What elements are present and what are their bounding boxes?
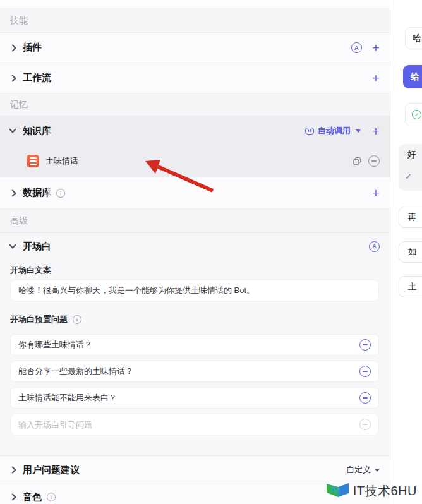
preset-question-text: 能否分享一些最新的土味情话？ xyxy=(18,366,359,377)
row-opening[interactable]: 开场白 A xyxy=(0,233,390,260)
preset-question-row[interactable]: 你有哪些土味情话？ xyxy=(10,334,379,356)
knowledge-item[interactable]: 土味情话 xyxy=(0,145,390,177)
section-header-memory: 记忆 xyxy=(0,93,390,116)
suggestions-label: 用户问题建议 xyxy=(23,464,80,476)
suggestions-mode-value: 自定义 xyxy=(346,464,371,476)
memory-header-label: 记忆 xyxy=(10,99,28,111)
preset-question-row[interactable]: 土味情话能不能用来表白？ xyxy=(10,387,379,409)
suggestion-chip[interactable]: 如 xyxy=(399,241,422,263)
watermark: IT技术6HU xyxy=(325,480,417,501)
auto-generate-icon[interactable]: A xyxy=(369,241,380,252)
preview-panel: 哈 给 ✓ 好 ✓ 再 如 土 xyxy=(390,0,422,504)
section-header-skills: 技能 xyxy=(0,9,390,33)
chevron-right-icon[interactable] xyxy=(9,466,16,473)
preset-questions-label: 开场白预置问题 i xyxy=(0,309,390,329)
reply-text: 好 xyxy=(407,149,416,160)
remove-question-icon[interactable] xyxy=(359,392,371,404)
row-plugins[interactable]: 插件 A + xyxy=(0,33,390,63)
plugins-label: 插件 xyxy=(23,42,42,54)
remove-knowledge-icon[interactable] xyxy=(368,155,380,167)
opening-section: 开场白 A 开场白文案 开场白预置问题 i 你有哪些土味情话？ 能否分享一些最新… xyxy=(0,233,390,455)
top-divider-strip xyxy=(0,0,390,9)
workflow-label: 工作流 xyxy=(23,72,51,84)
preset-question-text: 土味情话能不能用来表白？ xyxy=(18,392,359,404)
info-icon[interactable]: i xyxy=(73,315,81,324)
auto-mode-icon[interactable]: A xyxy=(351,42,362,53)
add-database-button[interactable]: + xyxy=(372,186,380,200)
row-database[interactable]: 数据库 i + xyxy=(0,177,390,209)
row-workflow[interactable]: 工作流 + xyxy=(0,63,390,93)
opening-text-label: 开场白文案 xyxy=(0,260,390,280)
preset-questions-label-text: 开场白预置问题 xyxy=(10,314,68,325)
chevron-right-icon[interactable] xyxy=(9,75,16,81)
auto-invoke-dropdown[interactable]: 自动调用 xyxy=(305,125,361,136)
suggested-question-button[interactable]: 给 xyxy=(403,65,422,88)
remove-question-icon[interactable] xyxy=(359,366,371,377)
copy-icon[interactable] xyxy=(353,157,361,165)
bot-message-bubble: 哈 xyxy=(405,27,422,49)
preset-question-row[interactable]: 能否分享一些最新的土味情话？ xyxy=(10,361,379,382)
opening-text-input[interactable] xyxy=(10,280,379,301)
add-knowledge-button[interactable]: + xyxy=(372,124,380,138)
chevron-right-icon[interactable] xyxy=(9,493,16,500)
info-icon[interactable]: i xyxy=(56,189,65,198)
check-circle-icon: ✓ xyxy=(412,110,421,119)
knowledge-label: 知识库 xyxy=(23,125,51,137)
suggestion-chip[interactable]: 土 xyxy=(399,276,422,297)
add-plugin-button[interactable]: + xyxy=(372,41,380,54)
info-icon[interactable]: i xyxy=(47,493,56,501)
suggestions-mode-dropdown[interactable]: 自定义 xyxy=(346,464,380,476)
chevron-down-icon[interactable] xyxy=(9,126,16,133)
section-header-advanced: 高级 xyxy=(0,209,390,233)
knowledge-item-name: 土味情话 xyxy=(45,155,78,167)
remove-question-icon[interactable] xyxy=(359,339,371,351)
new-question-input[interactable] xyxy=(18,420,359,429)
row-knowledge[interactable]: 知识库 自动调用 + xyxy=(0,116,390,145)
robot-icon xyxy=(305,128,314,135)
status-card: ✓ xyxy=(405,103,422,126)
advanced-header-label: 高级 xyxy=(10,215,28,227)
remove-question-icon-disabled xyxy=(359,419,371,430)
new-question-row[interactable] xyxy=(10,414,379,435)
check-mark: ✓ xyxy=(405,172,412,181)
chevron-down-icon[interactable] xyxy=(9,241,16,248)
opening-label: 开场白 xyxy=(23,241,51,253)
voice-label: 音色 xyxy=(23,491,42,503)
caret-down-icon xyxy=(356,129,361,133)
add-workflow-button[interactable]: + xyxy=(372,71,380,85)
watermark-logo-icon xyxy=(325,480,350,501)
chevron-right-icon[interactable] xyxy=(9,189,16,196)
config-panel: 技能 插件 A + 工作流 + 记忆 知识库 自动调用 xyxy=(0,0,390,504)
caret-down-icon xyxy=(375,469,380,472)
bot-config-page: 技能 插件 A + 工作流 + 记忆 知识库 自动调用 xyxy=(0,0,422,504)
chevron-right-icon[interactable] xyxy=(9,44,16,51)
preset-question-text: 你有哪些土味情话？ xyxy=(18,339,359,351)
watermark-text: IT技术6HU xyxy=(353,483,417,500)
reply-card: 好 ✓ xyxy=(399,144,422,191)
knowledge-base-icon xyxy=(27,155,39,167)
knowledge-section: 知识库 自动调用 + 土味情话 xyxy=(0,116,390,177)
opening-text-label-text: 开场白文案 xyxy=(10,265,51,276)
skills-header-label: 技能 xyxy=(10,15,28,27)
database-label: 数据库 xyxy=(23,187,51,199)
auto-invoke-label: 自动调用 xyxy=(318,125,351,136)
suggestion-chip[interactable]: 再 xyxy=(399,207,422,228)
